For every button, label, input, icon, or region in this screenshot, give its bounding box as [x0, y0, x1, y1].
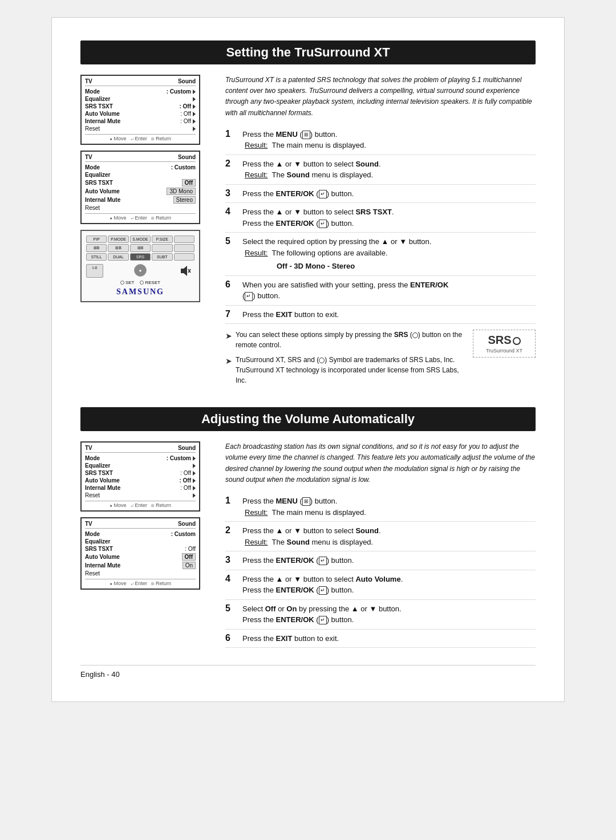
section1-header: Setting the TruSurround XT — [80, 40, 536, 64]
menu1-eq-row: Equalizer — [85, 95, 196, 103]
tv-label4: TV — [85, 521, 92, 527]
trusurround-label: TruSurround XT — [486, 348, 522, 354]
b2-button[interactable]: ⊞B — [108, 244, 128, 252]
arrow-icon — [193, 464, 196, 468]
tip-2: ➤ TruSurround XT, SRS and () Symbol are … — [225, 355, 466, 385]
enter-icon-3: ↵ — [319, 190, 327, 199]
step-content-3: Press the ENTER/OK (↵) button. — [242, 188, 536, 200]
step-num-1: 1 — [225, 129, 237, 139]
step-3: 3 Press the ENTER/OK (↵) button. — [225, 185, 536, 204]
still-button[interactable]: STILL — [86, 253, 107, 261]
tv-menu-2-header: TV Sound — [85, 154, 196, 162]
tip-arrow-2: ➤ — [225, 355, 232, 367]
remote-control: PIP P.MODE S.MODE P.SIZE ⊞B ⊞B ⊞B STILL … — [80, 230, 200, 302]
tv-menu-3-header: TV Sound — [85, 445, 196, 453]
tv-menu-2-footer: ⬥ Move ↵ Enter ⊞ Return — [85, 213, 196, 221]
srs-logo: SRS — [488, 334, 520, 347]
remote-row2: I-II ● — [86, 264, 194, 278]
s2-step-1: 1 Press the MENU (⊞) button. Result: The… — [225, 492, 536, 522]
b1-button[interactable]: ⊞B — [86, 244, 107, 252]
menu1-reset-row: Reset — [85, 125, 196, 132]
blank2 — [152, 244, 172, 252]
pmode-button[interactable]: P.MODE — [108, 236, 128, 243]
step-4: 4 Press the ▲ or ▼ button to select SRS … — [225, 203, 536, 233]
section1-body: TV Sound Mode : Custom Equalizer SRS TSX… — [80, 75, 536, 390]
menu2-autovol-row: Auto Volume 3D Mono — [85, 187, 196, 196]
section1-steps: 1 Press the MENU (⊞) button. Result: The… — [225, 125, 536, 324]
s2-step-num-1: 1 — [225, 496, 237, 506]
i-ii-button[interactable]: I-II — [86, 264, 103, 278]
menu-icon: ⊞ — [302, 131, 310, 140]
section1-left: TV Sound Mode : Custom Equalizer SRS TSX… — [80, 75, 212, 390]
step-6: 6 When you are satisfied with your setti… — [225, 276, 536, 306]
3dmono-option: 3D Mono — [167, 188, 196, 195]
s2-enter-icon-3: ↵ — [319, 557, 327, 566]
tv-menu-4-footer: ⬥ Move ↵ Enter ⊞ Return — [85, 579, 196, 586]
srs-logo-box: SRS TruSurround XT — [473, 330, 536, 358]
menu2-srs-row: SRS TSXT Off — [85, 178, 196, 187]
section1-right: TruSurround XT is a patented SRS technol… — [225, 75, 536, 390]
result-label-5: Result: — [245, 249, 268, 257]
stereo-option: Stereo — [173, 196, 196, 204]
enter-icon-6: ↵ — [245, 292, 253, 301]
step-content-1: Press the MENU (⊞) button. Result: The m… — [242, 129, 536, 151]
section2-right: Each broadcasting station has its own si… — [225, 441, 536, 648]
menu4-mute-row: Internal Mute On — [85, 561, 196, 570]
pip-button[interactable]: PIP — [86, 236, 107, 243]
dual-button[interactable]: DUAL — [108, 253, 128, 261]
s2-step-3: 3 Press the ENTER/OK (↵) button. — [225, 551, 536, 570]
set-reset-area: SET RESET — [86, 280, 194, 285]
menu3-autovol-row: Auto Volume : Off — [85, 477, 196, 484]
section2-steps: 1 Press the MENU (⊞) button. Result: The… — [225, 492, 536, 648]
step-content-6: When you are satisfied with your setting… — [242, 279, 536, 302]
arrow-icon — [193, 127, 196, 131]
srs-button[interactable]: SRS — [130, 253, 151, 261]
tip-1: ➤ You can select these options simply by… — [225, 330, 466, 350]
speaker-icon — [177, 264, 194, 278]
arrow-icon — [193, 471, 196, 476]
blank4 — [174, 253, 194, 261]
s2-result-label-2: Result: — [245, 538, 268, 546]
tv-label3: TV — [85, 445, 92, 451]
menu4-autovol-row: Auto Volume Off — [85, 553, 196, 561]
s2-step-num-6: 6 — [225, 633, 237, 643]
result-label: Result: — [245, 141, 268, 149]
menu4-eq-row: Equalizer — [85, 538, 196, 545]
step-5: 5 Select the required option by pressing… — [225, 233, 536, 276]
tip-arrow-1: ➤ — [225, 330, 232, 342]
menu2-eq-row: Equalizer — [85, 171, 196, 178]
s2-step-4: 4 Press the ▲ or ▼ button to select Auto… — [225, 570, 536, 600]
psize-button[interactable]: P.SIZE — [152, 236, 172, 243]
s2-step-num-3: 3 — [225, 555, 237, 565]
subt-button[interactable]: SUBT — [152, 253, 172, 261]
s2-step-content-6: Press the EXIT button to exit. — [242, 633, 536, 644]
smode-button[interactable]: S.MODE — [130, 236, 151, 243]
menu4-mode-row: Mode : Custom — [85, 530, 196, 538]
circle-button[interactable]: ● — [134, 264, 147, 277]
remote-buttons-grid: PIP P.MODE S.MODE P.SIZE ⊞B ⊞B ⊞B STILL … — [86, 236, 194, 261]
step-num-3: 3 — [225, 188, 237, 198]
b3-button[interactable]: ⊞B — [130, 244, 151, 252]
step-num-5: 5 — [225, 236, 237, 246]
section2-body: TV Sound Mode : Custom Equalizer SRS TSX… — [80, 441, 536, 648]
tv-label2: TV — [85, 154, 92, 160]
tips-area: ➤ You can select these options simply by… — [225, 330, 536, 390]
autovol-on-option: On — [183, 562, 196, 569]
srs-logo-circle — [513, 337, 521, 345]
arrow-icon — [193, 112, 196, 116]
arrow-icon — [193, 493, 196, 498]
step-num-7: 7 — [225, 309, 237, 319]
tip-text-1: You can select these options simply by p… — [236, 330, 466, 350]
menu3-mute-row: Internal Mute : Off — [85, 484, 196, 492]
step-7: 7 Press the EXIT button to exit. — [225, 306, 536, 324]
menu3-srs-row: SRS TSXT : Off — [85, 469, 196, 477]
tv-menu-1-header: TV Sound — [85, 78, 196, 86]
section2-header: Adjusting the Volume Automatically — [80, 407, 536, 431]
set-dot — [120, 281, 124, 285]
arrow-icon — [193, 456, 196, 461]
step-content-4: Press the ▲ or ▼ button to select SRS TS… — [242, 206, 536, 229]
menu2-mute-row: Internal Mute Stereo — [85, 196, 196, 204]
tv-menu-4-header: TV Sound — [85, 521, 196, 529]
enter-icon-4: ↵ — [319, 220, 327, 229]
arrow-icon — [193, 486, 196, 490]
